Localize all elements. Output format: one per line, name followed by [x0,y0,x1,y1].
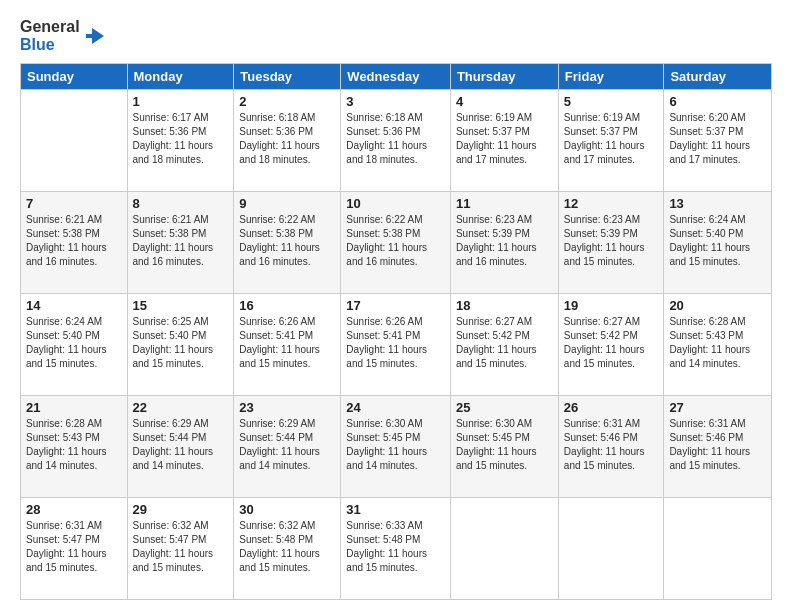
day-number: 28 [26,502,122,517]
day-number: 11 [456,196,553,211]
day-number: 27 [669,400,766,415]
cell-info: Sunrise: 6:30 AMSunset: 5:45 PMDaylight:… [456,417,553,473]
weekday-header-row: SundayMondayTuesdayWednesdayThursdayFrid… [21,64,772,90]
day-number: 19 [564,298,659,313]
day-number: 1 [133,94,229,109]
cell-info: Sunrise: 6:31 AMSunset: 5:46 PMDaylight:… [669,417,766,473]
calendar-cell: 8Sunrise: 6:21 AMSunset: 5:38 PMDaylight… [127,192,234,294]
day-number: 15 [133,298,229,313]
cell-info: Sunrise: 6:28 AMSunset: 5:43 PMDaylight:… [669,315,766,371]
calendar-cell: 12Sunrise: 6:23 AMSunset: 5:39 PMDayligh… [558,192,664,294]
calendar-cell: 9Sunrise: 6:22 AMSunset: 5:38 PMDaylight… [234,192,341,294]
calendar-cell: 14Sunrise: 6:24 AMSunset: 5:40 PMDayligh… [21,294,128,396]
cell-info: Sunrise: 6:29 AMSunset: 5:44 PMDaylight:… [239,417,335,473]
day-number: 4 [456,94,553,109]
calendar-cell: 19Sunrise: 6:27 AMSunset: 5:42 PMDayligh… [558,294,664,396]
cell-info: Sunrise: 6:20 AMSunset: 5:37 PMDaylight:… [669,111,766,167]
calendar-cell: 29Sunrise: 6:32 AMSunset: 5:47 PMDayligh… [127,498,234,600]
cell-info: Sunrise: 6:25 AMSunset: 5:40 PMDaylight:… [133,315,229,371]
day-number: 29 [133,502,229,517]
cell-info: Sunrise: 6:30 AMSunset: 5:45 PMDaylight:… [346,417,445,473]
day-number: 17 [346,298,445,313]
day-number: 30 [239,502,335,517]
calendar-cell: 28Sunrise: 6:31 AMSunset: 5:47 PMDayligh… [21,498,128,600]
logo-blue-text: Blue [20,36,55,53]
cell-info: Sunrise: 6:23 AMSunset: 5:39 PMDaylight:… [456,213,553,269]
cell-info: Sunrise: 6:19 AMSunset: 5:37 PMDaylight:… [456,111,553,167]
calendar-table: SundayMondayTuesdayWednesdayThursdayFrid… [20,63,772,600]
weekday-header-wednesday: Wednesday [341,64,451,90]
weekday-header-friday: Friday [558,64,664,90]
cell-info: Sunrise: 6:24 AMSunset: 5:40 PMDaylight:… [26,315,122,371]
cell-info: Sunrise: 6:17 AMSunset: 5:36 PMDaylight:… [133,111,229,167]
week-row-5: 28Sunrise: 6:31 AMSunset: 5:47 PMDayligh… [21,498,772,600]
page: General Blue SundayMondayTuesdayWednesda… [0,0,792,612]
day-number: 31 [346,502,445,517]
cell-info: Sunrise: 6:18 AMSunset: 5:36 PMDaylight:… [346,111,445,167]
day-number: 16 [239,298,335,313]
day-number: 9 [239,196,335,211]
day-number: 12 [564,196,659,211]
day-number: 13 [669,196,766,211]
calendar-cell: 5Sunrise: 6:19 AMSunset: 5:37 PMDaylight… [558,90,664,192]
day-number: 10 [346,196,445,211]
cell-info: Sunrise: 6:33 AMSunset: 5:48 PMDaylight:… [346,519,445,575]
calendar-cell: 18Sunrise: 6:27 AMSunset: 5:42 PMDayligh… [450,294,558,396]
cell-info: Sunrise: 6:21 AMSunset: 5:38 PMDaylight:… [26,213,122,269]
calendar-cell [21,90,128,192]
cell-info: Sunrise: 6:31 AMSunset: 5:47 PMDaylight:… [26,519,122,575]
day-number: 2 [239,94,335,109]
day-number: 22 [133,400,229,415]
day-number: 3 [346,94,445,109]
calendar-cell [664,498,772,600]
logo-text-block: General Blue [20,18,80,53]
calendar-cell: 21Sunrise: 6:28 AMSunset: 5:43 PMDayligh… [21,396,128,498]
calendar-cell: 3Sunrise: 6:18 AMSunset: 5:36 PMDaylight… [341,90,451,192]
calendar-cell: 23Sunrise: 6:29 AMSunset: 5:44 PMDayligh… [234,396,341,498]
calendar-cell: 6Sunrise: 6:20 AMSunset: 5:37 PMDaylight… [664,90,772,192]
calendar-cell: 26Sunrise: 6:31 AMSunset: 5:46 PMDayligh… [558,396,664,498]
calendar-cell: 16Sunrise: 6:26 AMSunset: 5:41 PMDayligh… [234,294,341,396]
cell-info: Sunrise: 6:21 AMSunset: 5:38 PMDaylight:… [133,213,229,269]
week-row-1: 1Sunrise: 6:17 AMSunset: 5:36 PMDaylight… [21,90,772,192]
calendar-cell: 31Sunrise: 6:33 AMSunset: 5:48 PMDayligh… [341,498,451,600]
calendar-cell: 7Sunrise: 6:21 AMSunset: 5:38 PMDaylight… [21,192,128,294]
weekday-header-tuesday: Tuesday [234,64,341,90]
week-row-2: 7Sunrise: 6:21 AMSunset: 5:38 PMDaylight… [21,192,772,294]
day-number: 26 [564,400,659,415]
week-row-3: 14Sunrise: 6:24 AMSunset: 5:40 PMDayligh… [21,294,772,396]
day-number: 5 [564,94,659,109]
cell-info: Sunrise: 6:29 AMSunset: 5:44 PMDaylight:… [133,417,229,473]
day-number: 18 [456,298,553,313]
cell-info: Sunrise: 6:18 AMSunset: 5:36 PMDaylight:… [239,111,335,167]
day-number: 24 [346,400,445,415]
cell-info: Sunrise: 6:27 AMSunset: 5:42 PMDaylight:… [564,315,659,371]
cell-info: Sunrise: 6:28 AMSunset: 5:43 PMDaylight:… [26,417,122,473]
logo: General Blue [20,18,106,53]
calendar-cell: 25Sunrise: 6:30 AMSunset: 5:45 PMDayligh… [450,396,558,498]
cell-info: Sunrise: 6:27 AMSunset: 5:42 PMDaylight:… [456,315,553,371]
calendar-cell: 15Sunrise: 6:25 AMSunset: 5:40 PMDayligh… [127,294,234,396]
day-number: 7 [26,196,122,211]
calendar-cell [450,498,558,600]
day-number: 14 [26,298,122,313]
logo-arrow-icon [84,25,106,47]
weekday-header-monday: Monday [127,64,234,90]
calendar-cell: 24Sunrise: 6:30 AMSunset: 5:45 PMDayligh… [341,396,451,498]
calendar-cell: 1Sunrise: 6:17 AMSunset: 5:36 PMDaylight… [127,90,234,192]
cell-info: Sunrise: 6:24 AMSunset: 5:40 PMDaylight:… [669,213,766,269]
weekday-header-sunday: Sunday [21,64,128,90]
header: General Blue [20,18,772,53]
calendar-cell: 13Sunrise: 6:24 AMSunset: 5:40 PMDayligh… [664,192,772,294]
cell-info: Sunrise: 6:32 AMSunset: 5:48 PMDaylight:… [239,519,335,575]
cell-info: Sunrise: 6:26 AMSunset: 5:41 PMDaylight:… [239,315,335,371]
calendar-cell: 17Sunrise: 6:26 AMSunset: 5:41 PMDayligh… [341,294,451,396]
cell-info: Sunrise: 6:23 AMSunset: 5:39 PMDaylight:… [564,213,659,269]
logo-wrapper: General Blue [20,18,106,53]
cell-info: Sunrise: 6:19 AMSunset: 5:37 PMDaylight:… [564,111,659,167]
logo-general: General [20,18,80,35]
calendar-cell: 10Sunrise: 6:22 AMSunset: 5:38 PMDayligh… [341,192,451,294]
calendar-cell: 30Sunrise: 6:32 AMSunset: 5:48 PMDayligh… [234,498,341,600]
cell-info: Sunrise: 6:22 AMSunset: 5:38 PMDaylight:… [239,213,335,269]
calendar-cell: 11Sunrise: 6:23 AMSunset: 5:39 PMDayligh… [450,192,558,294]
